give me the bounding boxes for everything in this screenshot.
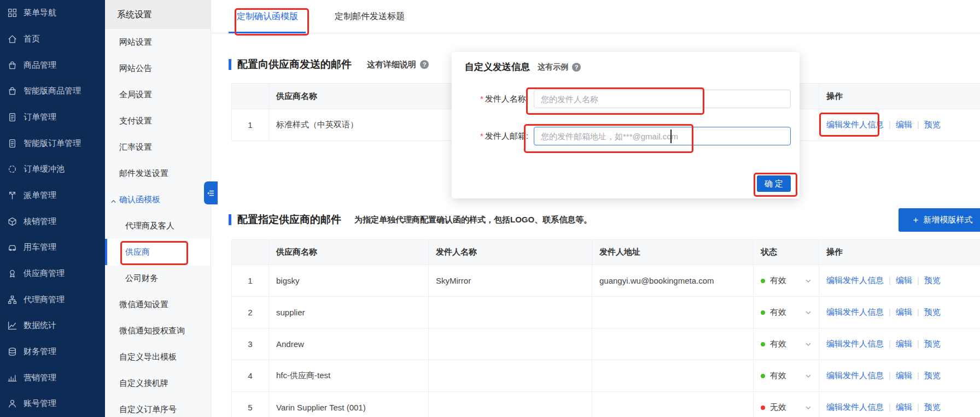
chevron-down-icon[interactable] <box>805 341 812 348</box>
sender-email-input[interactable] <box>534 127 791 145</box>
sender-address-cell <box>592 360 754 392</box>
supplier-name-cell: supplier <box>269 297 429 328</box>
submenu-item-payment-settings[interactable]: 支付设置 <box>105 108 211 134</box>
sidebar-item-accounts[interactable]: 账号管理 <box>0 391 105 417</box>
sidebar-item-smart-products[interactable]: 智能版商品管理 <box>0 78 105 104</box>
sidebar-item-finance[interactable]: 财务管理 <box>0 339 105 365</box>
submenu-item-wechat-notify[interactable]: 微信通知设置 <box>105 291 211 318</box>
edit-link[interactable]: 编辑 <box>896 120 912 129</box>
submenu-item-wechat-auth-query[interactable]: 微信通知授权查询 <box>105 318 211 344</box>
add-template-style-button[interactable]: + 新增模版样式 <box>899 208 980 232</box>
submenu-item-website-notice[interactable]: 网站公告 <box>105 55 211 81</box>
help-icon[interactable]: ? <box>420 60 429 69</box>
sidebar-item-suppliers[interactable]: 供应商管理 <box>0 261 105 287</box>
sidebar-item-orders[interactable]: 订单管理 <box>0 104 105 131</box>
chevron-down-icon[interactable] <box>805 278 812 284</box>
finance-coins-icon <box>8 347 17 356</box>
actions-header: 操作 <box>819 84 980 109</box>
edit-sender-info-link[interactable]: 编辑发件人信息 <box>826 307 884 316</box>
chevron-down-icon[interactable] <box>805 309 812 316</box>
sidebar-item-agents[interactable]: 代理商管理 <box>0 286 105 313</box>
sender-name-input[interactable] <box>534 90 791 108</box>
submenu-item-website-settings[interactable]: 网站设置 <box>105 29 211 55</box>
tab-custom-email-subject[interactable]: 定制邮件发送标题 <box>335 0 405 33</box>
dispatch-arrows-icon <box>8 191 17 200</box>
sidebar-item-home[interactable]: 首页 <box>0 26 105 52</box>
submenu-item-agents-guests[interactable]: 代理商及客人 <box>105 213 211 239</box>
chevron-down-icon[interactable] <box>805 404 812 411</box>
submenu-item-global-settings[interactable]: 全局设置 <box>105 81 211 108</box>
sidebar-item-statistics[interactable]: 数据统计 <box>0 313 105 339</box>
submenu-item-custom-export-template[interactable]: 自定义导出模板 <box>105 344 211 370</box>
sidebar-item-order-buffer[interactable]: 订单缓冲池 <box>0 156 105 183</box>
sidebar-item-label: 订单缓冲池 <box>24 164 65 174</box>
submenu-item-custom-order-number[interactable]: 自定义订单序号 <box>105 396 211 417</box>
confirm-button[interactable]: 确 定 <box>757 175 791 192</box>
sidebar-item-vehicles[interactable]: 用车管理 <box>0 234 105 261</box>
submenu-item-supplier[interactable]: 供应商 <box>105 239 211 265</box>
edit-link[interactable]: 编辑 <box>896 307 912 316</box>
separator: | <box>889 371 891 380</box>
sidebar-item-label: 订单管理 <box>24 112 56 122</box>
edit-sender-info-link[interactable]: 编辑发件人信息 <box>826 371 884 380</box>
edit-sender-info-link[interactable]: 编辑发件人信息 <box>826 402 884 412</box>
preview-link[interactable]: 预览 <box>924 275 941 285</box>
sidebar-item-products[interactable]: 商品管理 <box>0 52 105 78</box>
chevron-down-icon[interactable] <box>805 373 812 379</box>
preview-link[interactable]: 预览 <box>924 402 941 412</box>
sender-name-label: *发件人名称: <box>470 94 528 104</box>
preview-link[interactable]: 预览 <box>924 339 941 348</box>
edit-link[interactable]: 编辑 <box>896 371 912 380</box>
status-header: 状态 <box>754 240 819 265</box>
edit-link[interactable]: 编辑 <box>896 402 912 412</box>
separator: | <box>889 120 891 129</box>
submenu-collapse-button[interactable] <box>204 181 218 204</box>
status-label: 有效 <box>770 307 786 318</box>
separator: | <box>917 402 919 412</box>
edit-sender-info-link[interactable]: 编辑发件人信息 <box>826 120 884 129</box>
separator: | <box>889 275 891 285</box>
preview-link[interactable]: 预览 <box>924 120 941 129</box>
edit-sender-info-link[interactable]: 编辑发件人信息 <box>826 339 884 348</box>
sender-name-header: 发件人名称 <box>429 240 592 265</box>
sidebar-item-smart-orders[interactable]: 智能版订单管理 <box>0 130 105 156</box>
text-cursor <box>670 130 672 143</box>
submenu-item-custom-pickup-sign[interactable]: 自定义接机牌 <box>105 370 211 396</box>
sidebar-item-label: 智能版商品管理 <box>24 86 81 96</box>
submenu-item-confirmation-template[interactable]: 确认函模板 <box>105 186 211 213</box>
sender-address-header: 发件人地址 <box>592 240 754 265</box>
help-icon[interactable]: ? <box>572 63 581 72</box>
tab-custom-confirmation-template[interactable]: 定制确认函模版 <box>237 0 298 33</box>
sender-name-cell: SkyMirror <box>429 265 592 297</box>
specified-supplier-table: 供应商名称 发件人名称 发件人地址 状态 操作 1 bigsky SkyMirr… <box>231 239 980 417</box>
submenu-item-email-send-settings[interactable]: 邮件发送设置 <box>105 160 211 186</box>
sidebar-item-marketing[interactable]: 营销管理 <box>0 365 105 391</box>
separator: | <box>917 307 919 316</box>
section-hint: 这有详细说明 <box>367 60 416 70</box>
submenu-item-exchange-rate[interactable]: 汇率设置 <box>105 134 211 160</box>
section-specified-supplier-email: 配置指定供应商的邮件 为指定单独代理商配置确认函的样式，包括LOGO、联系信息等… <box>229 212 592 228</box>
separator: | <box>917 120 919 129</box>
custom-send-info-modal: 自定义发送信息 这有示例 ? *发件人名称: *发件人邮箱: 确 定 <box>452 52 800 198</box>
submenu-item-company-finance[interactable]: 公司财务 <box>105 265 211 291</box>
row-index: 1 <box>232 265 269 297</box>
status-label: 有效 <box>770 371 786 381</box>
edit-link[interactable]: 编辑 <box>896 275 912 285</box>
preview-link[interactable]: 预览 <box>924 307 941 316</box>
sidebar-item-dispatch[interactable]: 派单管理 <box>0 183 105 209</box>
sidebar-item-label: 派单管理 <box>24 190 56 201</box>
edit-sender-info-link[interactable]: 编辑发件人信息 <box>826 275 884 285</box>
submenu-title: 系统设置 <box>105 0 211 29</box>
edit-link[interactable]: 编辑 <box>896 339 912 348</box>
status-cell: 无效 <box>754 392 819 417</box>
sidebar-item-verification[interactable]: 核销管理 <box>0 208 105 234</box>
sidebar-item-label: 账号管理 <box>24 398 56 409</box>
status-label: 有效 <box>770 275 786 286</box>
section-supplier-email: 配置向供应商发送的邮件 这有详细说明 ? <box>229 56 429 73</box>
home-icon <box>8 34 17 44</box>
stats-chart-icon <box>8 321 17 330</box>
sidebar-item-label: 智能版订单管理 <box>24 138 81 149</box>
row-index: 2 <box>232 297 269 328</box>
preview-link[interactable]: 预览 <box>924 371 941 380</box>
sidebar-item-menu-nav[interactable]: 菜单导航 <box>0 0 105 26</box>
